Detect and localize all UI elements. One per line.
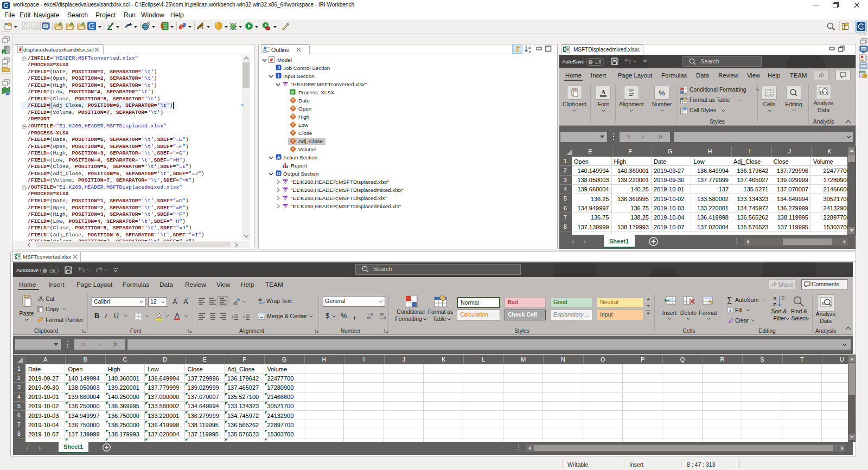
svg-text:ab: ab: [258, 298, 263, 301]
svg-text:.00: .00: [379, 312, 384, 316]
svg-text:P: P: [291, 89, 295, 95]
svg-text:A: A: [175, 312, 179, 319]
svg-text:%: %: [659, 89, 665, 97]
svg-text:O: O: [277, 171, 280, 176]
svg-text:A: A: [183, 298, 188, 305]
svg-text:A: A: [277, 154, 280, 160]
svg-text:J: J: [277, 65, 280, 70]
svg-text:A: A: [773, 296, 777, 301]
svg-text:ab: ab: [233, 301, 238, 305]
svg-text:A: A: [173, 298, 177, 305]
svg-text:A: A: [601, 88, 606, 96]
svg-text:Z: Z: [773, 302, 776, 307]
svg-text:.00: .00: [366, 316, 371, 320]
svg-text:←0: ←0: [367, 312, 373, 316]
svg-text:z: z: [529, 49, 531, 54]
svg-text:→0: →0: [380, 316, 386, 320]
svg-text:I: I: [278, 73, 279, 79]
